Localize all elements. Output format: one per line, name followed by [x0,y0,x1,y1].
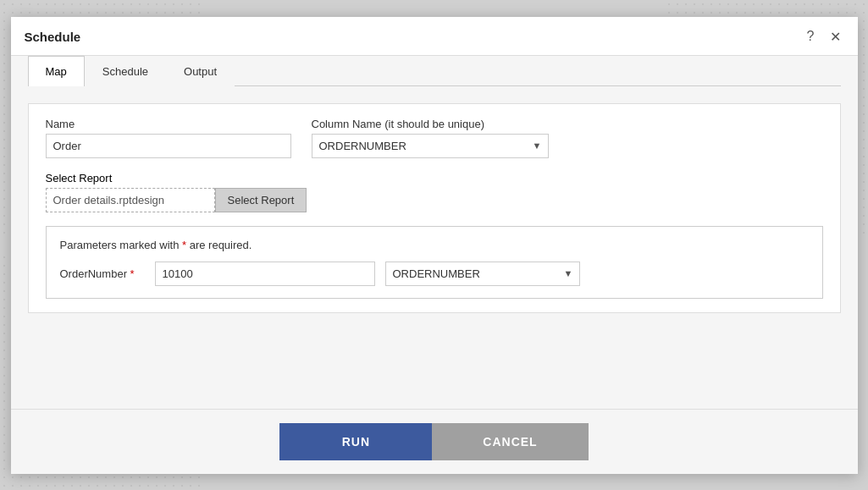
column-name-label: Column Name (it should be unique) [312,118,549,130]
param-column-select-wrapper: ORDERNUMBER ▼ [385,262,580,286]
select-report-row: Select Report [46,188,823,212]
column-name-select-wrapper: ORDERNUMBER ▼ [312,134,549,158]
param-value-input[interactable] [155,262,375,286]
name-column-row: Name Column Name (it should be unique) O… [46,118,823,158]
column-name-select[interactable]: ORDERNUMBER [312,134,549,158]
name-input[interactable] [46,134,291,158]
param-column-select[interactable]: ORDERNUMBER [385,262,580,286]
report-file-input[interactable] [46,188,215,212]
dialog-body: Map Schedule Output Name Column Name (it… [11,56,858,409]
close-button[interactable]: ✕ [827,27,844,47]
name-group: Name [46,118,291,158]
cancel-button[interactable]: CANCEL [432,423,588,460]
select-report-group: Select Report Select Report [46,172,823,212]
select-report-button[interactable]: Select Report [215,188,307,212]
params-box: Parameters marked with * are required. O… [46,226,823,299]
param-name: OrderNumber * [60,267,145,280]
tab-schedule[interactable]: Schedule [85,56,166,86]
params-note: Parameters marked with * are required. [60,239,809,251]
run-button[interactable]: RUN [279,423,432,460]
form-area: Name Column Name (it should be unique) O… [28,103,841,313]
column-name-group: Column Name (it should be unique) ORDERN… [312,118,549,158]
help-button[interactable]: ? [804,27,818,46]
dialog-title: Schedule [25,30,81,44]
param-required-star: * [130,267,135,280]
dialog-footer: RUN CANCEL [11,409,858,474]
param-row: OrderNumber * ORDERNUMBER ▼ [60,262,809,286]
schedule-dialog: Schedule ? ✕ Map Schedule Output Name [11,17,858,474]
name-label: Name [46,118,291,130]
tab-bar: Map Schedule Output [28,56,841,86]
select-report-label: Select Report [46,172,823,184]
tab-map[interactable]: Map [28,56,85,86]
tab-output[interactable]: Output [166,56,235,86]
dialog-header: Schedule ? ✕ [11,17,858,56]
header-icons: ? ✕ [804,27,844,47]
